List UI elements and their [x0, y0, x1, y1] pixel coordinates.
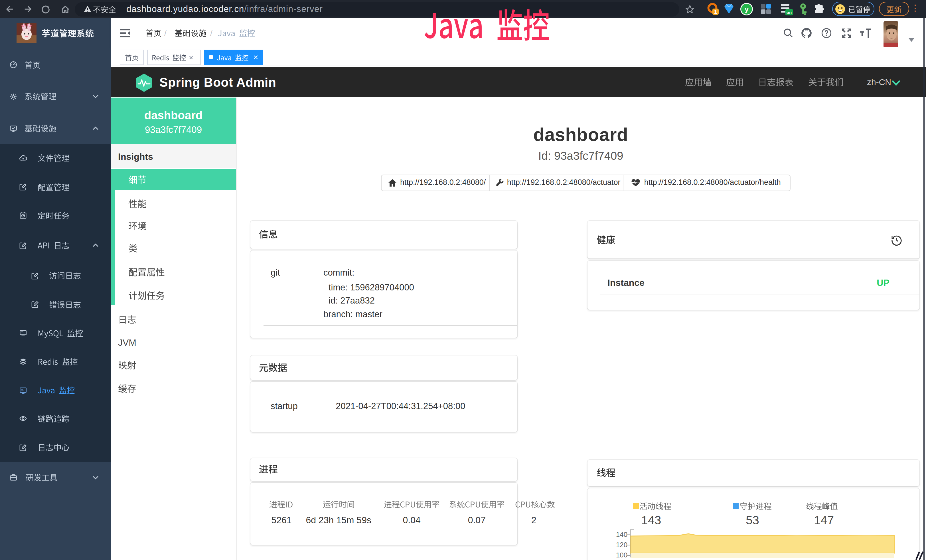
svg-text:y: y [744, 5, 749, 14]
svg-text:1: 1 [714, 9, 717, 15]
svg-text:on: on [787, 10, 792, 15]
